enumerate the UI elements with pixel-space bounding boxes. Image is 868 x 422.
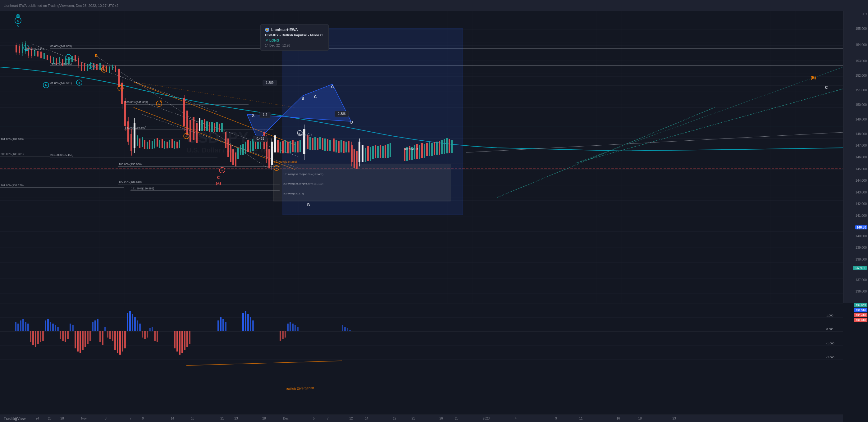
svg-rect-357 [154,331,156,340]
svg-rect-81 [96,64,98,70]
svg-rect-383 [342,325,343,331]
svg-text:100.00%(142.339): 100.00%(142.339) [125,101,148,104]
svg-line-387 [186,361,342,365]
svg-rect-331 [90,331,91,340]
svg-rect-303 [20,321,22,331]
price-143: 143.000 [856,190,867,194]
svg-rect-197 [370,147,371,161]
time-16: 16 [191,417,194,420]
svg-text:200.00%(131.357): 200.00%(131.357) [283,182,304,185]
svg-text:200.00%(135.301): 200.00%(135.301) [1,153,24,156]
svg-rect-64 [46,55,48,60]
svg-rect-323 [70,324,71,331]
time-26b: 26 [439,417,443,420]
svg-rect-179 [327,139,329,151]
svg-rect-335 [99,331,101,342]
svg-text:261.80%(131.238): 261.80%(131.238) [1,184,24,187]
price-axis: 155.000 154.000 153.000 152.000 151.000 … [843,11,868,303]
svg-rect-324 [72,325,74,331]
svg-rect-201 [380,145,381,158]
header-bar: Lionheart-EWA published on TradingView.c… [0,0,868,11]
svg-rect-361 [179,331,181,355]
svg-text:100.00%(133.886): 100.00%(133.886) [119,163,142,166]
svg-rect-309 [35,331,36,347]
svg-rect-202 [382,146,384,158]
svg-rect-204 [387,144,389,158]
svg-rect-114 [172,139,173,148]
svg-rect-159 [277,140,279,153]
svg-rect-379 [289,322,291,331]
svg-rect-336 [102,331,103,345]
svg-rect-347 [129,311,131,331]
svg-rect-167 [297,141,299,153]
svg-rect-218 [434,142,435,155]
svg-rect-381 [294,325,296,331]
price-137: 137.000 [856,278,867,281]
svg-rect-212 [419,145,420,159]
svg-text:261.80%(131.102): 261.80%(131.102) [303,182,323,185]
svg-rect-339 [110,331,111,339]
svg-rect-325 [74,331,76,348]
current-price: 140.80 [855,225,867,229]
svg-rect-187 [348,141,349,153]
time-21b: 21 [411,417,415,420]
svg-rect-171 [307,135,309,149]
svg-rect-221 [441,140,443,154]
svg-rect-163 [287,141,289,153]
price-149: 149.000 [856,118,867,121]
svg-rect-131 [216,122,218,132]
time-18: 18 [638,417,642,420]
time-7: 7 [129,417,131,420]
price-150: 150.000 [856,103,867,106]
svg-rect-128 [209,122,210,132]
svg-text:161.80%(130.985): 161.80%(130.985) [131,187,154,190]
svg-rect-354 [147,331,148,337]
svg-rect-160 [280,141,281,153]
side-price-1: 134.033 [854,303,867,307]
svg-rect-178 [324,138,326,151]
svg-rect-359 [174,331,176,348]
svg-rect-199 [375,145,376,158]
svg-text:127.20%(131.610): 127.20%(131.610) [119,181,142,184]
svg-rect-100 [137,135,138,146]
svg-text:1.2: 1.2 [263,113,267,117]
svg-rect-312 [42,331,44,340]
svg-rect-168 [300,140,301,152]
svg-text:1.000: 1.000 [826,314,834,317]
time-14: 14 [170,417,174,420]
svg-rect-117 [179,140,180,148]
svg-rect-176 [319,137,321,149]
svg-rect-102 [142,137,143,147]
svg-text:iv: iv [158,102,160,105]
svg-rect-103 [144,140,145,149]
svg-rect-363 [184,331,185,350]
oscillator-panel: Bullish Divergence 0.000 1.000 -1.000 -2… [0,303,843,411]
svg-rect-139 [235,153,237,166]
svg-text:B: B [95,54,98,58]
svg-text:iv: iv [160,99,162,102]
svg-rect-321 [65,331,66,342]
svg-rect-161 [282,141,284,153]
svg-text:w: w [275,167,278,170]
svg-rect-183 [338,141,340,153]
svg-rect-328 [82,331,84,350]
svg-rect-334 [97,319,98,331]
svg-text:v: v [221,169,223,172]
time-9b: 9 [555,417,557,420]
svg-rect-365 [189,331,190,344]
side-prices: 134.033 132.510 133.410 132.610 [854,303,867,322]
svg-rect-223 [446,138,448,153]
svg-rect-338 [107,331,108,337]
svg-rect-307 [30,331,31,342]
svg-text:Break-Out: Break-Out [404,148,418,151]
svg-rect-369 [225,322,226,331]
svg-rect-224 [448,139,450,153]
svg-rect-124 [199,118,200,131]
svg-rect-196 [367,146,369,161]
svg-rect-113 [169,140,170,148]
svg-rect-112 [166,141,168,149]
svg-rect-213 [421,143,423,158]
svg-text:100.00%(132.607): 100.00%(132.607) [303,173,323,176]
svg-rect-145 [250,141,251,152]
side-price-3: 133.410 [854,313,867,317]
